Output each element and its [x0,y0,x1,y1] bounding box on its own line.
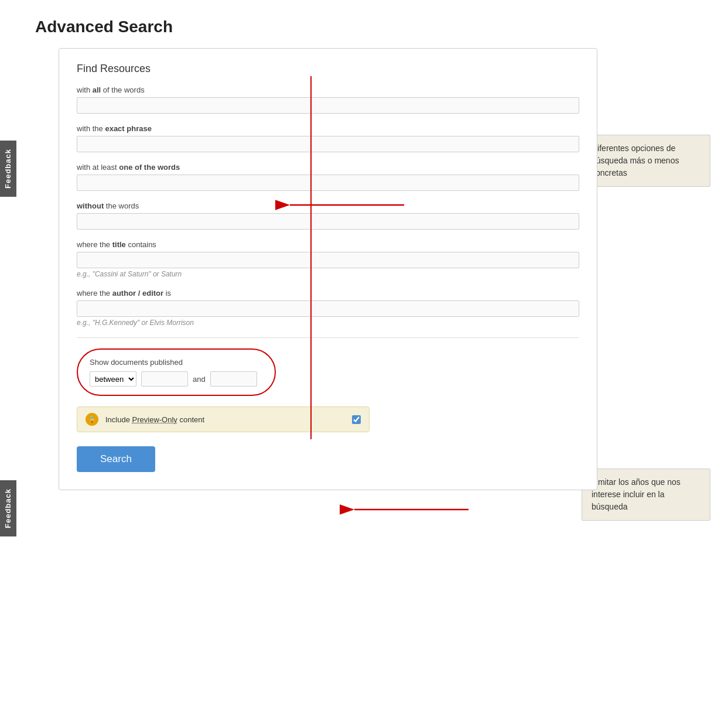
input-author[interactable] [77,300,579,317]
preview-only-checkbox[interactable] [352,415,361,424]
callout-box-2: Limitar los años que nos interese inclui… [582,469,710,521]
label-all-words-bold: all [93,86,101,94]
label-without-words-bold: without [77,201,104,210]
input-all-words[interactable] [77,97,579,114]
published-label: Show documents published [90,358,263,367]
callout1-arrow [287,193,404,218]
field-group-all-words: with all of the words [77,86,579,114]
label-exact-phrase-bold: exact phrase [105,124,152,133]
field-group-one-of-words: with at least one of the words [77,163,579,191]
label-one-of-words-bold: one of the words [119,163,180,172]
field-group-exact-phrase: with the exact phrase [77,124,579,152]
field-group-title: where the title contains e.g., "Cassini … [77,240,579,278]
field-group-author: where the author / editor is e.g., "H.G.… [77,289,579,327]
hint-title: e.g., "Cassini at Saturn" or Saturn [77,270,579,278]
page-wrapper: Feedback Feedback Advanced Search Difere… [0,0,728,711]
label-author: where the author / editor is [77,289,579,298]
hint-author: e.g., "H.G.Kennedy" or Elvis Morrison [77,319,579,327]
feedback-tab-bottom[interactable]: Feedback [0,480,16,536]
published-controls: between before after in and [90,371,263,387]
search-button[interactable]: Search [77,446,155,472]
label-title-bold: title [112,240,126,249]
label-author-bold: author / editor [112,289,163,298]
preview-only-bar: 🔒 Include Preview-Only content [77,406,370,432]
label-all-words: with all of the words [77,86,579,94]
label-title: where the title contains [77,240,579,249]
page-title: Advanced Search [35,18,705,36]
input-title[interactable] [77,252,579,268]
section-divider [77,337,579,338]
input-exact-phrase[interactable] [77,136,579,152]
lock-icon: 🔒 [86,413,98,426]
callout2-arrow [351,498,469,523]
preview-only-link: Preview-Only [132,415,177,424]
published-section: Show documents published between before … [77,348,276,396]
year-to-input[interactable] [210,371,257,387]
form-container: Find Resources with all of the words wit… [59,48,597,490]
input-one-of-words[interactable] [77,175,579,191]
feedback-tab-top[interactable]: Feedback [0,141,16,197]
section-title: Find Resources [77,63,579,75]
label-exact-phrase: with the exact phrase [77,124,579,133]
between-select[interactable]: between before after in [90,371,136,387]
red-vertical-line [310,76,312,439]
year-from-input[interactable] [141,371,188,387]
and-text: and [193,375,206,384]
preview-only-text: Include Preview-Only content [105,415,345,424]
callout-box-1: Diferentes opciones de búsqueda más o me… [582,135,710,187]
label-one-of-words: with at least one of the words [77,163,579,172]
